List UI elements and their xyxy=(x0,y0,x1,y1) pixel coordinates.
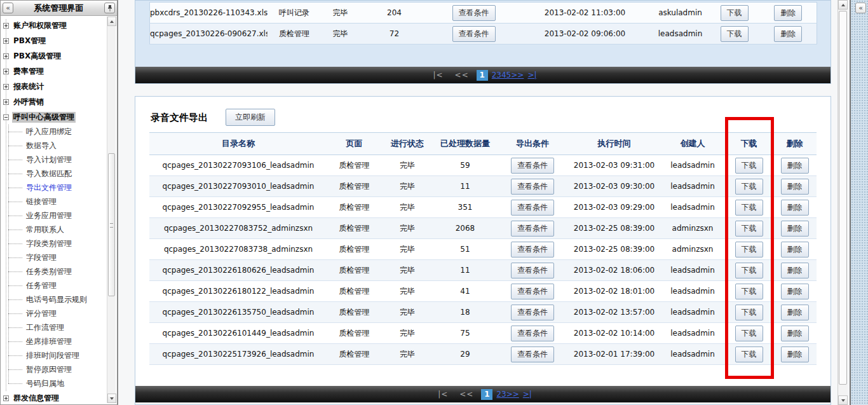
sidebar-child-item[interactable]: 数据导入 xyxy=(1,139,107,153)
sidebar-child-item[interactable]: 呼入应用绑定 xyxy=(1,125,107,139)
expand-plus-icon[interactable] xyxy=(3,38,9,44)
view-condition-button[interactable]: 查看条件 xyxy=(511,158,554,174)
sidebar-child-item[interactable]: 链接管理 xyxy=(1,195,107,209)
delete-button[interactable]: 删除 xyxy=(774,26,802,42)
view-condition-button[interactable]: 查看条件 xyxy=(511,221,554,237)
view-condition-button[interactable]: 查看条件 xyxy=(511,179,554,195)
expand-plus-icon[interactable] xyxy=(3,99,9,105)
pagination-current: 1 xyxy=(477,70,488,81)
download-button[interactable]: 下载 xyxy=(735,347,763,362)
sidebar-collapse-icon[interactable]: « xyxy=(3,3,13,13)
sidebar-child-item[interactable]: 常用联系人 xyxy=(1,223,107,237)
sidebar-item-label: 暂停原因管理 xyxy=(26,364,72,375)
file-name-cell: qcpages_20130227093010_leadsadmin xyxy=(149,176,327,197)
sidebar-top-item[interactable]: PBX管理 xyxy=(1,33,107,48)
sidebar-child-item[interactable]: 排班时间段管理 xyxy=(1,348,107,362)
download-button[interactable]: 下载 xyxy=(735,242,763,257)
view-condition-button[interactable]: 查看条件 xyxy=(511,305,554,320)
download-button[interactable]: 下载 xyxy=(735,284,763,299)
delete-button[interactable]: 删除 xyxy=(781,284,809,299)
expand-plus-icon[interactable] xyxy=(3,53,9,59)
scroll-down-button[interactable] xyxy=(107,394,116,403)
view-condition-button[interactable]: 查看条件 xyxy=(511,263,554,278)
refresh-button[interactable]: 立即刷新 xyxy=(226,109,275,126)
sidebar-child-item[interactable]: 评分管理 xyxy=(1,306,107,320)
sidebar-top-item[interactable]: 报表统计 xyxy=(1,79,107,94)
sidebar-child-item[interactable]: 字段类别管理 xyxy=(1,237,107,251)
pagination-first[interactable]: |< xyxy=(433,71,444,79)
download-button[interactable]: 下载 xyxy=(735,221,763,237)
delete-button[interactable]: 删除 xyxy=(781,305,809,320)
collapse-minus-icon[interactable] xyxy=(3,114,9,120)
expand-plus-icon[interactable] xyxy=(3,23,9,29)
download-button[interactable]: 下载 xyxy=(735,326,763,341)
sidebar-child-item[interactable]: 任务类别管理 xyxy=(1,264,107,278)
sidebar-child-item[interactable]: 任务管理 xyxy=(1,278,107,292)
view-condition-button[interactable]: 查看条件 xyxy=(511,284,554,299)
view-condition-button[interactable]: 查看条件 xyxy=(511,347,554,362)
view-condition-button[interactable]: 查看条件 xyxy=(511,326,554,341)
export-files-top-section: pbxcdrs_20130226-110343.xls 呼叫记录 完毕 204 … xyxy=(135,0,831,84)
download-button[interactable]: 下载 xyxy=(721,5,749,21)
delete-button[interactable]: 删除 xyxy=(781,200,809,216)
download-button[interactable]: 下载 xyxy=(735,200,763,216)
scroll-up-button[interactable] xyxy=(838,0,848,10)
download-button[interactable]: 下载 xyxy=(735,158,763,174)
pagination-last[interactable]: >| xyxy=(527,71,536,79)
delete-button[interactable]: 删除 xyxy=(781,221,809,237)
sidebar-child-item[interactable]: 电话号码显示规则 xyxy=(1,292,107,306)
download-button[interactable]: 下载 xyxy=(735,305,763,320)
sidebar-child-item[interactable]: 暂停原因管理 xyxy=(1,362,107,376)
sidebar-top-item[interactable]: PBX高级管理 xyxy=(1,48,107,64)
delete-button[interactable]: 删除 xyxy=(781,179,809,195)
sidebar-top-item[interactable]: 群发信息管理 xyxy=(1,390,107,404)
pagination-next-links[interactable]: 2345>> xyxy=(492,71,524,79)
delete-button[interactable]: 删除 xyxy=(781,347,809,362)
pagination-next-links[interactable]: 23>> xyxy=(496,390,519,399)
expand-plus-icon[interactable] xyxy=(3,395,9,401)
delete-button[interactable]: 删除 xyxy=(781,263,809,278)
scrollbar-thumb[interactable] xyxy=(839,11,847,385)
sidebar-child-item[interactable]: 导出文件管理 xyxy=(1,181,107,195)
panel-collapse-icon[interactable]: « xyxy=(855,3,866,13)
table-row: qcpages_20130227083752_adminzsxn 质检管理 完毕… xyxy=(149,218,817,239)
table-row: qcpages_20130226180122_leadsadmin 质检管理 完… xyxy=(149,281,817,302)
count-cell: 351 xyxy=(433,197,497,218)
sidebar-top-item[interactable]: 外呼营销 xyxy=(1,94,107,109)
expand-plus-icon[interactable] xyxy=(3,69,9,74)
sidebar-top-item[interactable]: 账户和权限管理 xyxy=(1,18,107,33)
tree-leader-line xyxy=(8,188,22,188)
delete-button[interactable]: 删除 xyxy=(781,326,809,341)
download-button[interactable]: 下载 xyxy=(735,179,763,195)
view-condition-button[interactable]: 查看条件 xyxy=(511,200,554,216)
sidebar-child-item[interactable]: 字段管理 xyxy=(1,251,107,264)
sidebar-item-call-center-advanced[interactable]: 呼叫中心高级管理 xyxy=(1,109,107,125)
view-condition-button[interactable]: 查看条件 xyxy=(452,5,496,21)
expand-plus-icon[interactable] xyxy=(3,84,9,90)
delete-button[interactable]: 删除 xyxy=(774,5,802,21)
view-condition-button[interactable]: 查看条件 xyxy=(452,26,496,42)
download-button[interactable]: 下载 xyxy=(735,263,763,278)
sidebar-child-item[interactable]: 导入计划管理 xyxy=(1,153,107,167)
pagination-last[interactable]: >| xyxy=(523,390,532,399)
delete-button[interactable]: 删除 xyxy=(781,242,809,257)
sidebar-top-item[interactable]: 费率管理 xyxy=(1,64,107,79)
sidebar-child-item[interactable]: 导入数据匹配 xyxy=(1,167,107,181)
delete-button[interactable]: 删除 xyxy=(781,158,809,174)
view-condition-button[interactable]: 查看条件 xyxy=(511,242,554,257)
scroll-down-button[interactable] xyxy=(838,395,848,405)
sidebar-item-label: 导入数据匹配 xyxy=(26,168,72,179)
pagination-first[interactable]: |< xyxy=(438,390,448,399)
file-name-cell: qcpages_20130226-090627.xls xyxy=(150,24,268,45)
pagination-prev[interactable]: << xyxy=(459,390,473,399)
download-button[interactable]: 下载 xyxy=(721,26,749,42)
scrollbar-thumb[interactable] xyxy=(108,153,115,296)
sidebar-child-item[interactable]: 坐席排班管理 xyxy=(1,334,107,348)
pin-icon[interactable] xyxy=(104,3,115,13)
sidebar-child-item[interactable]: 号码归属地 xyxy=(1,376,107,390)
count-cell: 18 xyxy=(433,302,497,323)
scroll-up-button[interactable] xyxy=(107,17,116,26)
sidebar-child-item[interactable]: 业务应用管理 xyxy=(1,209,107,223)
pagination-prev[interactable]: << xyxy=(455,71,469,79)
sidebar-child-item[interactable]: 工作流管理 xyxy=(1,320,107,334)
